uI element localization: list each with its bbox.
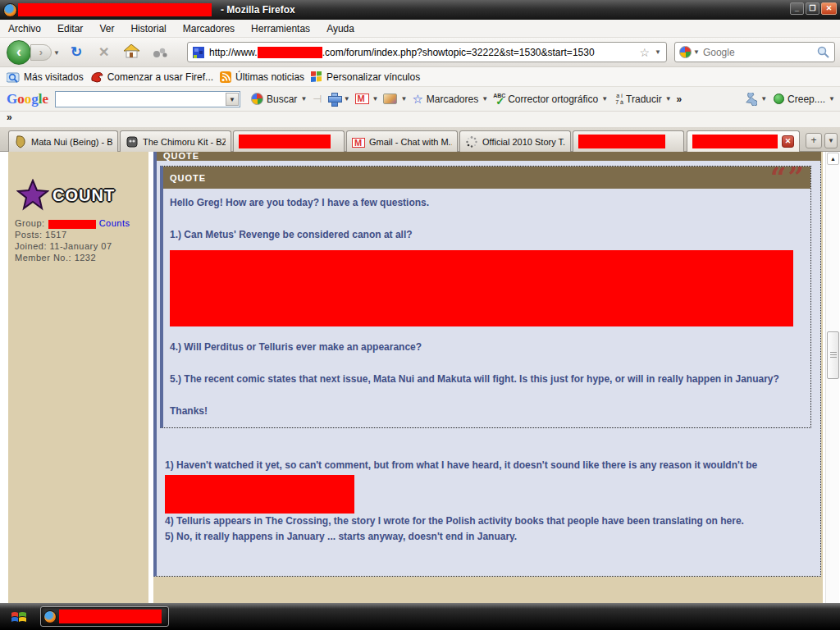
quote-paragraph: 1.) Can Metus' Revenge be considered can… [170, 227, 802, 243]
settings-dropdown-icon[interactable]: ▼ [760, 95, 767, 103]
logo-letter: o [17, 91, 25, 107]
tab-official-2010-story[interactable]: Official 2010 Story T... [459, 130, 571, 152]
menu-ver[interactable]: Ver [91, 21, 122, 37]
plus-dropdown-icon[interactable]: ▼ [344, 95, 350, 103]
search-input[interactable] [703, 47, 814, 58]
joined-date: Joined: 11-January 07 [15, 240, 130, 252]
stop-icon[interactable]: ✕ [98, 44, 109, 60]
bookmark-star-icon[interactable]: ☆ [640, 46, 651, 59]
menu-ayuda[interactable]: Ayuda [318, 21, 363, 37]
photos-button[interactable]: ▼ [383, 94, 407, 104]
navigation-toolbar: ‹ › ▼ ↻ ✕ http://www. .com/forum/index.p… [0, 38, 840, 67]
bookmarks-overflow-row: » [0, 112, 840, 128]
bookmark-ultimas-noticias[interactable]: Últimas noticias [220, 71, 304, 83]
minimize-button[interactable]: _ [790, 2, 804, 15]
wrench-settings-icon[interactable] [744, 93, 757, 106]
page-scrollbar[interactable]: ▲ [825, 152, 839, 603]
buscar-button[interactable]: Buscar ▼ [251, 93, 307, 105]
toolbar-separator: ⊣ [313, 93, 322, 105]
tab-redacted-1[interactable] [233, 130, 345, 152]
tab-mata-nui[interactable]: Mata Nui (Being) - B... [8, 130, 118, 152]
menu-archivo[interactable]: Archivo [0, 21, 49, 37]
extension-icon[interactable] [153, 47, 169, 58]
quote-paragraph: 5.) The recent comic states that next is… [170, 372, 802, 387]
start-button[interactable] [11, 609, 27, 624]
taskbar-firefox-task[interactable] [40, 606, 169, 627]
tab-redacted-2[interactable] [573, 130, 684, 152]
new-tab-button[interactable]: + [806, 133, 822, 148]
outer-quote-header: QUOTE “” [157, 152, 821, 161]
history-dropdown-icon[interactable]: ▼ [53, 49, 60, 57]
toolbar-overflow-chevron[interactable]: » [677, 94, 682, 105]
redacted-task-title [59, 609, 162, 623]
marcadores-button[interactable]: ☆ Marcadores ▼ [412, 92, 488, 107]
scroll-up-icon[interactable]: ▲ [827, 153, 839, 165]
tab-chimoru-kit[interactable]: The Chimoru Kit - BZ... [120, 130, 231, 152]
member-group-badge: COUNT [52, 186, 115, 205]
window-titlebar: - Mozilla Firefox _ ❐ ✕ [0, 0, 840, 20]
group-counts-link[interactable]: Counts [99, 218, 130, 228]
back-button[interactable]: ‹ [7, 40, 31, 65]
purple-star-icon [16, 179, 49, 212]
reload-icon[interactable]: ↻ [71, 43, 82, 61]
spellcheck-button[interactable]: ABC Corrector ortográfico ▼ [493, 93, 608, 106]
taskbar: e KMP ◄ 23:04 [0, 603, 840, 630]
menu-editar[interactable]: Editar [49, 21, 91, 37]
bookmark-comenzar[interactable]: Comenzar a usar Firef... [90, 71, 213, 83]
close-button[interactable]: ✕ [821, 2, 837, 15]
photos-dropdown-icon[interactable]: ▼ [400, 95, 407, 103]
toolbar-search-dropdown-icon[interactable]: ▼ [226, 93, 239, 106]
account-dropdown-icon[interactable]: ▼ [829, 95, 835, 103]
tab-gmail[interactable]: Gmail - Chat with M... [346, 130, 458, 152]
url-text-suffix: .com/forum/index.php?showtopic=32222&st=… [322, 47, 595, 58]
window-title: - Mozilla Firefox [221, 4, 295, 16]
scrollbar-thumb[interactable] [827, 331, 839, 379]
translate-button[interactable]: a í7 à Traducir ▼ [613, 93, 672, 106]
quote-header: QUOTE “” [163, 167, 810, 189]
google-engine-icon[interactable] [679, 46, 692, 58]
post-body: QUOTE “” QUOTE “” Hello Greg! How are yo… [153, 152, 821, 577]
bookmark-mas-visitados[interactable]: Más visitados [7, 71, 84, 83]
bookmarks-overflow-chevron[interactable]: » [7, 112, 12, 123]
reply-paragraph: 1) Haven't watched it yet, so can't comm… [165, 457, 816, 473]
tab-close-icon[interactable]: ✕ [782, 135, 794, 148]
tab-title: Mata Nui (Being) - B... [31, 137, 112, 147]
marcadores-dropdown-icon[interactable]: ▼ [482, 95, 488, 103]
gmail-button[interactable]: ▼ [355, 94, 379, 104]
url-bar[interactable]: http://www. .com/forum/index.php?showtop… [187, 42, 667, 62]
photos-icon [383, 94, 397, 104]
forward-button[interactable]: › [30, 44, 52, 61]
restore-button[interactable]: ❐ [806, 2, 819, 15]
redacted-window-title [18, 3, 212, 16]
url-dropdown-icon[interactable]: ▼ [650, 48, 666, 56]
search-box[interactable]: ▼ [674, 42, 835, 62]
redacted-tab-title [692, 135, 778, 148]
gmail-dropdown-icon[interactable]: ▼ [372, 95, 379, 103]
menu-herramientas[interactable]: Herramientas [243, 21, 318, 37]
quote-marks-icon: “” [781, 152, 816, 161]
search-magnifier-icon[interactable] [817, 46, 829, 58]
google-toolbar-logo: Google [7, 91, 48, 107]
add-gadget-button[interactable]: ▼ [328, 93, 350, 105]
outer-quote-label: QUOTE [163, 152, 199, 161]
buscar-dropdown-icon[interactable]: ▼ [300, 95, 307, 103]
firefox-task-icon [43, 610, 57, 623]
browser-viewport: COUNT Group:Counts Posts: 1517 Joined: 1… [0, 152, 840, 603]
bookmark-personalizar[interactable]: Personalizar vínculos [311, 71, 420, 83]
translate-dropdown-icon[interactable]: ▼ [665, 95, 672, 103]
menu-marcadores[interactable]: Marcadores [175, 21, 243, 37]
tab-active-redacted[interactable]: ✕ [687, 130, 800, 152]
translate-icon: a í7 à [613, 93, 626, 106]
posts-count: Posts: 1517 [15, 229, 130, 240]
account-label[interactable]: Creep.... [788, 94, 825, 105]
home-icon[interactable] [124, 44, 139, 58]
redacted-tab-title [578, 135, 665, 148]
spellcheck-dropdown-icon[interactable]: ▼ [601, 95, 608, 103]
menu-historial[interactable]: Historial [122, 21, 174, 37]
plus-icon [328, 93, 340, 105]
tab-favicon-icon [14, 135, 27, 148]
engine-dropdown-icon[interactable]: ▼ [693, 48, 700, 56]
tab-favicon-icon [126, 135, 139, 148]
list-all-tabs-icon[interactable]: ▼ [824, 133, 838, 148]
google-toolbar-search-input[interactable]: ▼ [55, 91, 240, 107]
